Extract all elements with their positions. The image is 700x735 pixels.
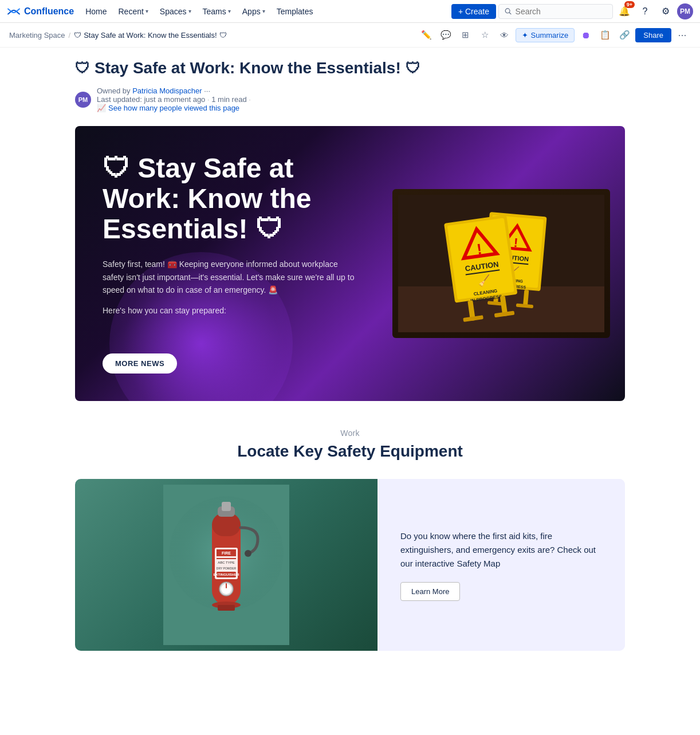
svg-rect-41 [217,558,236,559]
author-avatar: PM [75,92,91,108]
breadcrumb-current: 🛡 Stay Safe at Work: Know the Essentials… [74,31,226,40]
search-bar[interactable] [498,4,613,19]
svg-text:DRY POWDER: DRY POWDER [217,567,237,570]
safety-equipment-section: FIRE ABC TYPE DRY POWDER EXTINGUISHER Do… [75,479,625,651]
chevron-down-icon: ▾ [262,8,265,14]
nav-teams[interactable]: Teams ▾ [198,5,235,18]
nav-templates[interactable]: Templates [272,5,318,18]
svg-text:ABC TYPE: ABC TYPE [218,561,235,564]
svg-rect-36 [222,502,231,511]
nav-apps[interactable]: Apps ▾ [238,5,270,18]
page-title: Stay Safe at Work: Know the Essentials! [95,59,401,77]
comment-button[interactable]: 💬 [438,26,455,44]
svg-line-1 [509,12,511,14]
user-avatar[interactable]: PM [677,3,693,19]
summarize-button[interactable]: ✦ Summarize [516,28,575,42]
create-button[interactable]: + Create [451,4,496,19]
confluence-logo[interactable]: Confluence [7,5,74,18]
hero-left-content: 🛡 Stay Safe at Work: Know the Essentials… [75,126,377,401]
svg-text:FIRE: FIRE [222,551,231,555]
hero-title-icon2: 🛡 [255,214,283,244]
more-options-button[interactable]: ··· [674,26,691,44]
help-icon: ? [643,6,648,17]
gear-icon: ⚙ [662,6,670,17]
ai-icon: ✦ [522,31,528,40]
fire-extinguisher-illustration: FIRE ABC TYPE DRY POWDER EXTINGUISHER [163,485,289,645]
page-toolbar: ✏️ 💬 ⊞ ☆ 👁 ✦ Summarize ⏺ 📋 🔗 Share ··· [418,26,691,44]
hero-banner: 🛡 Stay Safe at Work: Know the Essentials… [75,126,625,401]
breadcrumb-parent[interactable]: Marketing Space [9,31,65,40]
fire-extinguisher-image: FIRE ABC TYPE DRY POWDER EXTINGUISHER [75,479,377,651]
page-icon-right: 🛡 [219,31,227,40]
chart-icon: 📈 [97,104,106,112]
more-news-button[interactable]: MORE NEWS [103,353,177,374]
settings-button[interactable]: ⚙ [656,2,675,21]
learn-more-button[interactable]: Learn More [400,582,460,601]
breadcrumb-separator: / [69,31,71,40]
help-button[interactable]: ? [636,2,654,21]
template-button[interactable]: 📋 [596,26,614,44]
page-content: 🛡 Stay Safe at Work: Know the Essentials… [61,48,639,685]
share-button[interactable]: Share [635,28,671,42]
chevron-down-icon: ▾ [188,8,191,14]
logo-text: Confluence [24,6,74,17]
title-icon-left: 🛡 [75,60,90,77]
edit-button[interactable]: ✏️ [418,26,435,44]
nav-recent[interactable]: Recent ▾ [113,5,152,18]
section-title: Locate Key Safety Equipment [75,442,625,461]
star-button[interactable]: ☆ [477,26,494,44]
top-navbar: Confluence Home Recent ▾ Spaces ▾ Teams … [0,0,700,23]
svg-point-37 [245,550,251,557]
layout-button[interactable]: ⊞ [457,26,474,44]
hero-subtitle: Here's how you can stay prepared: [103,306,355,315]
safety-description: Do you know where the first aid kits, fi… [400,529,602,571]
page-meta: PM Owned by Patricia Modispacher ··· Las… [75,87,625,112]
breadcrumb-bar: Marketing Space / 🛡 Stay Safe at Work: K… [0,23,700,48]
nav-spaces[interactable]: Spaces ▾ [155,5,196,18]
search-icon [505,7,512,15]
svg-text:🧹: 🧹 [477,274,491,288]
caution-image: ! CAUTION 🧹 CLEANING IN PROGRESS [392,189,610,338]
meta-details: Last updated: just a moment ago · 1 min … [97,95,251,112]
hero-right-content: ! CAUTION 🧹 CLEANING IN PROGRESS [377,126,625,401]
nav-home[interactable]: Home [81,5,111,18]
notifications-button[interactable]: 🔔 9+ [615,2,634,21]
loom-button[interactable]: ⏺ [577,26,594,44]
title-icon-right: 🛡 [406,60,420,77]
author-line: Owned by Patricia Modispacher ··· [97,87,251,95]
page-icon: 🛡 [74,31,81,40]
author-link[interactable]: Patricia Modispacher [132,87,202,95]
hero-title: 🛡 Stay Safe at Work: Know the Essentials… [103,154,355,244]
search-input[interactable] [516,7,607,16]
svg-rect-18 [447,218,514,300]
chevron-down-icon: ▾ [145,8,148,14]
hero-title-icon: 🛡 [103,153,130,183]
svg-rect-49 [218,605,235,611]
views-link[interactable]: 📈 See how many people viewed this page [97,104,251,112]
caution-sign-illustration: ! CAUTION 🧹 CLEANING IN PROGRESS [398,195,604,332]
svg-text:EXTINGUISHER: EXTINGUISHER [213,573,239,576]
hero-description: Safety first, team! 🧰 Keeping everyone i… [103,258,355,296]
notification-badge: 9+ [624,1,635,8]
breadcrumb: Marketing Space / 🛡 Stay Safe at Work: K… [9,31,227,40]
safety-text-content: Do you know where the first aid kits, fi… [377,479,625,651]
watch-button[interactable]: 👁 [496,26,513,44]
section-label: Work [75,429,625,438]
chevron-down-icon: ▾ [228,8,231,14]
page-title-row: 🛡 Stay Safe at Work: Know the Essentials… [75,59,625,77]
link-button[interactable]: 🔗 [616,26,633,44]
